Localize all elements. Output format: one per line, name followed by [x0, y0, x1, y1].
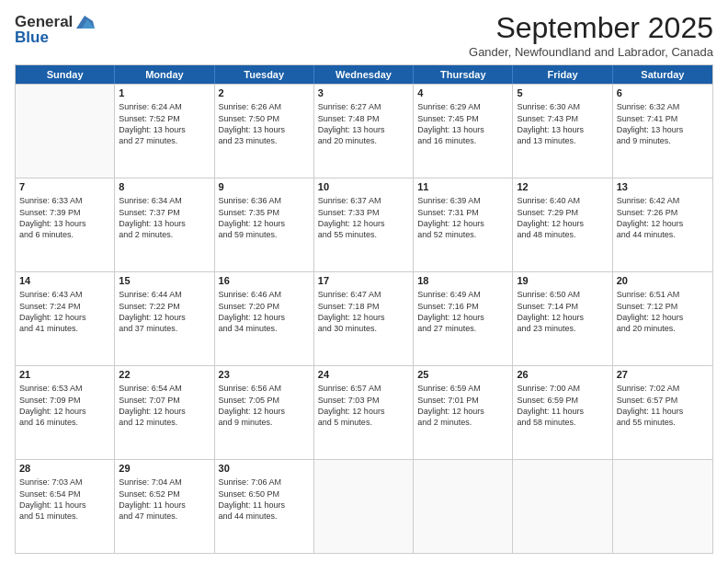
cal-cell: 24Sunrise: 6:57 AM Sunset: 7:03 PM Dayli… — [314, 366, 414, 459]
cal-cell: 3Sunrise: 6:27 AM Sunset: 7:48 PM Daylig… — [314, 85, 414, 178]
day-info: Sunrise: 7:06 AM Sunset: 6:50 PM Dayligh… — [219, 477, 310, 522]
day-number: 1 — [119, 86, 210, 100]
day-info: Sunrise: 6:43 AM Sunset: 7:24 PM Dayligh… — [19, 289, 110, 334]
day-info: Sunrise: 6:40 AM Sunset: 7:29 PM Dayligh… — [517, 195, 608, 240]
cal-cell: 2Sunrise: 6:26 AM Sunset: 7:50 PM Daylig… — [215, 85, 314, 178]
cal-cell: 27Sunrise: 7:02 AM Sunset: 6:57 PM Dayli… — [613, 366, 712, 459]
day-number: 26 — [517, 368, 608, 382]
month-title: September 2025 — [469, 11, 713, 45]
day-number: 21 — [19, 368, 110, 382]
cal-cell: 10Sunrise: 6:37 AM Sunset: 7:33 PM Dayli… — [314, 178, 414, 271]
calendar-body: 1Sunrise: 6:24 AM Sunset: 7:52 PM Daylig… — [16, 84, 712, 553]
day-number: 9 — [219, 180, 310, 194]
cal-cell: 28Sunrise: 7:03 AM Sunset: 6:54 PM Dayli… — [16, 460, 115, 553]
cal-cell — [513, 460, 612, 553]
day-info: Sunrise: 6:27 AM Sunset: 7:48 PM Dayligh… — [318, 101, 409, 146]
cal-cell: 29Sunrise: 7:04 AM Sunset: 6:52 PM Dayli… — [115, 460, 214, 553]
cal-cell: 15Sunrise: 6:44 AM Sunset: 7:22 PM Dayli… — [115, 272, 214, 365]
cal-cell: 25Sunrise: 6:59 AM Sunset: 7:01 PM Dayli… — [414, 366, 513, 459]
day-info: Sunrise: 6:33 AM Sunset: 7:39 PM Dayligh… — [19, 195, 110, 240]
calendar: SundayMondayTuesdayWednesdayThursdayFrid… — [15, 64, 713, 554]
day-info: Sunrise: 6:36 AM Sunset: 7:35 PM Dayligh… — [219, 195, 310, 240]
day-info: Sunrise: 6:50 AM Sunset: 7:14 PM Dayligh… — [517, 289, 608, 334]
logo-blue: Blue — [15, 29, 95, 47]
cal-cell: 30Sunrise: 7:06 AM Sunset: 6:50 PM Dayli… — [215, 460, 314, 553]
title-area: September 2025 Gander, Newfoundland and … — [469, 11, 713, 59]
cal-cell: 14Sunrise: 6:43 AM Sunset: 7:24 PM Dayli… — [16, 272, 115, 365]
cal-cell: 18Sunrise: 6:49 AM Sunset: 7:16 PM Dayli… — [414, 272, 513, 365]
cal-cell — [16, 85, 115, 178]
day-info: Sunrise: 6:59 AM Sunset: 7:01 PM Dayligh… — [417, 383, 508, 428]
cal-cell: 1Sunrise: 6:24 AM Sunset: 7:52 PM Daylig… — [115, 85, 214, 178]
cal-cell: 4Sunrise: 6:29 AM Sunset: 7:45 PM Daylig… — [414, 85, 513, 178]
cal-cell — [314, 460, 414, 553]
logo-icon — [74, 14, 95, 30]
cal-cell: 5Sunrise: 6:30 AM Sunset: 7:43 PM Daylig… — [513, 85, 612, 178]
day-number: 14 — [19, 274, 110, 288]
col-header-sunday: Sunday — [16, 65, 115, 84]
day-number: 24 — [318, 368, 409, 382]
day-info: Sunrise: 7:04 AM Sunset: 6:52 PM Dayligh… — [119, 477, 210, 522]
cal-cell: 6Sunrise: 6:32 AM Sunset: 7:41 PM Daylig… — [613, 85, 712, 178]
cal-cell: 21Sunrise: 6:53 AM Sunset: 7:09 PM Dayli… — [16, 366, 115, 459]
week-row-2: 7Sunrise: 6:33 AM Sunset: 7:39 PM Daylig… — [16, 178, 712, 271]
page: General Blue September 2025 Gander, Newf… — [0, 0, 728, 563]
cal-cell: 23Sunrise: 6:56 AM Sunset: 7:05 PM Dayli… — [215, 366, 314, 459]
col-header-wednesday: Wednesday — [314, 65, 414, 84]
cal-cell: 20Sunrise: 6:51 AM Sunset: 7:12 PM Dayli… — [613, 272, 712, 365]
day-info: Sunrise: 6:53 AM Sunset: 7:09 PM Dayligh… — [19, 383, 110, 428]
day-number: 23 — [219, 368, 310, 382]
day-info: Sunrise: 6:47 AM Sunset: 7:18 PM Dayligh… — [318, 289, 409, 334]
day-number: 11 — [417, 180, 508, 194]
day-number: 12 — [517, 180, 608, 194]
day-number: 19 — [517, 274, 608, 288]
day-info: Sunrise: 6:49 AM Sunset: 7:16 PM Dayligh… — [417, 289, 508, 334]
day-info: Sunrise: 6:32 AM Sunset: 7:41 PM Dayligh… — [617, 101, 709, 146]
cal-cell: 9Sunrise: 6:36 AM Sunset: 7:35 PM Daylig… — [215, 178, 314, 271]
day-number: 18 — [417, 274, 508, 288]
day-number: 4 — [417, 86, 508, 100]
week-row-5: 28Sunrise: 7:03 AM Sunset: 6:54 PM Dayli… — [16, 459, 712, 553]
cal-cell: 12Sunrise: 6:40 AM Sunset: 7:29 PM Dayli… — [513, 178, 612, 271]
day-info: Sunrise: 6:26 AM Sunset: 7:50 PM Dayligh… — [219, 101, 310, 146]
day-number: 5 — [517, 86, 608, 100]
day-number: 2 — [219, 86, 310, 100]
day-info: Sunrise: 7:00 AM Sunset: 6:59 PM Dayligh… — [517, 383, 608, 428]
day-info: Sunrise: 6:39 AM Sunset: 7:31 PM Dayligh… — [417, 195, 508, 240]
week-row-1: 1Sunrise: 6:24 AM Sunset: 7:52 PM Daylig… — [16, 84, 712, 178]
day-info: Sunrise: 7:03 AM Sunset: 6:54 PM Dayligh… — [19, 477, 110, 522]
header: General Blue September 2025 Gander, Newf… — [15, 11, 713, 59]
cal-cell: 11Sunrise: 6:39 AM Sunset: 7:31 PM Dayli… — [414, 178, 513, 271]
calendar-header: SundayMondayTuesdayWednesdayThursdayFrid… — [16, 65, 712, 84]
day-number: 7 — [19, 180, 110, 194]
day-number: 25 — [417, 368, 508, 382]
day-info: Sunrise: 6:46 AM Sunset: 7:20 PM Dayligh… — [219, 289, 310, 334]
day-info: Sunrise: 7:02 AM Sunset: 6:57 PM Dayligh… — [617, 383, 709, 428]
day-number: 8 — [119, 180, 210, 194]
cal-cell: 7Sunrise: 6:33 AM Sunset: 7:39 PM Daylig… — [16, 178, 115, 271]
day-info: Sunrise: 6:29 AM Sunset: 7:45 PM Dayligh… — [417, 101, 508, 146]
col-header-thursday: Thursday — [414, 65, 513, 84]
logo: General Blue — [15, 13, 95, 47]
cal-cell: 16Sunrise: 6:46 AM Sunset: 7:20 PM Dayli… — [215, 272, 314, 365]
day-number: 6 — [617, 86, 709, 100]
day-info: Sunrise: 6:51 AM Sunset: 7:12 PM Dayligh… — [617, 289, 709, 334]
cal-cell — [613, 460, 712, 553]
day-info: Sunrise: 6:24 AM Sunset: 7:52 PM Dayligh… — [119, 101, 210, 146]
col-header-friday: Friday — [513, 65, 612, 84]
day-number: 3 — [318, 86, 409, 100]
cal-cell: 22Sunrise: 6:54 AM Sunset: 7:07 PM Dayli… — [115, 366, 214, 459]
cal-cell: 8Sunrise: 6:34 AM Sunset: 7:37 PM Daylig… — [115, 178, 214, 271]
day-number: 15 — [119, 274, 210, 288]
day-info: Sunrise: 6:54 AM Sunset: 7:07 PM Dayligh… — [119, 383, 210, 428]
cal-cell: 17Sunrise: 6:47 AM Sunset: 7:18 PM Dayli… — [314, 272, 414, 365]
cal-cell: 26Sunrise: 7:00 AM Sunset: 6:59 PM Dayli… — [513, 366, 612, 459]
day-info: Sunrise: 6:57 AM Sunset: 7:03 PM Dayligh… — [318, 383, 409, 428]
day-info: Sunrise: 6:30 AM Sunset: 7:43 PM Dayligh… — [517, 101, 608, 146]
col-header-saturday: Saturday — [613, 65, 712, 84]
week-row-3: 14Sunrise: 6:43 AM Sunset: 7:24 PM Dayli… — [16, 271, 712, 365]
day-number: 22 — [119, 368, 210, 382]
day-number: 29 — [119, 462, 210, 476]
day-number: 10 — [318, 180, 409, 194]
week-row-4: 21Sunrise: 6:53 AM Sunset: 7:09 PM Dayli… — [16, 365, 712, 459]
